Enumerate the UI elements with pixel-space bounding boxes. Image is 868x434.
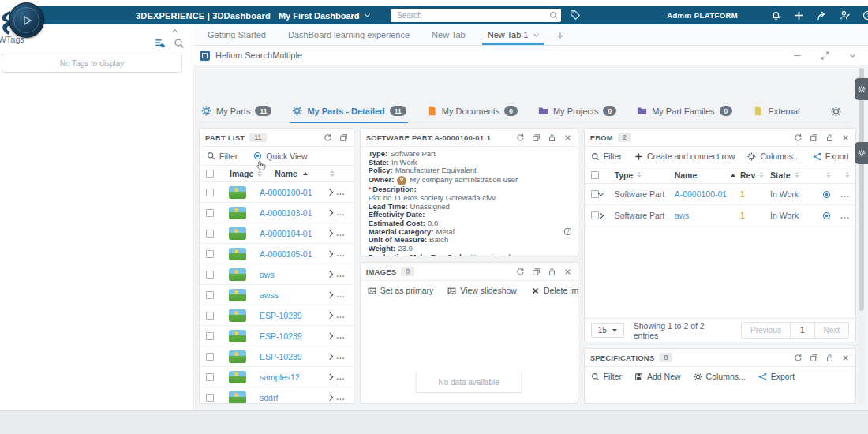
panel-settings-tab[interactable]	[855, 142, 868, 164]
row-menu-icon[interactable]	[336, 249, 345, 258]
state-radio-icon[interactable]	[822, 211, 831, 220]
collaboration-icon[interactable]	[840, 10, 850, 21]
set-primary-button[interactable]: Set as primary	[368, 286, 434, 295]
sort-icon[interactable]	[826, 172, 831, 178]
row-checkbox[interactable]	[206, 332, 214, 340]
search-input[interactable]	[391, 9, 561, 22]
row-checkbox[interactable]	[206, 271, 214, 279]
notifications-icon[interactable]	[771, 10, 781, 21]
table-row[interactable]: A-0000103-01	[200, 203, 354, 223]
view-slideshow-button[interactable]: View slideshow	[447, 286, 517, 295]
scrollbar-thumb[interactable]	[859, 68, 864, 311]
row-checkbox[interactable]	[206, 230, 214, 238]
previous-page-button[interactable]: Previous	[742, 323, 790, 338]
table-row[interactable]: Software Part aws 1 In Work	[585, 205, 855, 226]
refresh-icon[interactable]	[794, 133, 803, 142]
sort-icon[interactable]	[637, 172, 642, 178]
refresh-icon[interactable]	[324, 133, 332, 142]
row-menu-icon[interactable]	[336, 372, 345, 381]
lock-icon[interactable]	[548, 268, 556, 276]
page-size-select[interactable]: 15	[591, 323, 624, 338]
close-icon[interactable]	[563, 133, 572, 142]
part-name-link[interactable]: aws	[260, 270, 327, 279]
row-checkbox[interactable]	[206, 189, 214, 196]
popout-icon[interactable]	[339, 133, 348, 142]
row-menu-icon[interactable]	[336, 188, 345, 196]
app-tab-my-parts-detailed[interactable]: My Parts - Detailed 11	[292, 100, 406, 122]
popout-icon[interactable]	[810, 354, 818, 362]
expand-row-icon[interactable]	[327, 230, 333, 237]
next-page-button[interactable]: Next	[815, 323, 849, 338]
part-name-link[interactable]: A-0000105-01	[260, 249, 327, 259]
row-checkbox[interactable]	[206, 373, 214, 381]
expand-row-icon[interactable]	[327, 251, 333, 257]
tab-new-tab[interactable]: New Tab	[421, 24, 477, 45]
expand-row-icon[interactable]	[327, 312, 333, 319]
refresh-icon[interactable]	[516, 268, 525, 276]
lock-icon[interactable]	[825, 354, 834, 362]
tabs-settings-gear-icon[interactable]	[831, 107, 841, 117]
column-rev[interactable]: Rev	[740, 170, 770, 180]
tab-getting-started[interactable]: Getting Started	[196, 24, 277, 45]
columns-button[interactable]: Columns...	[747, 152, 799, 161]
part-name-link[interactable]: A-0000103-01	[260, 208, 327, 218]
row-checkbox[interactable]	[591, 190, 599, 198]
table-row[interactable]: sddrf	[200, 387, 354, 403]
widget-menu-icon[interactable]	[848, 51, 857, 60]
popout-icon[interactable]	[810, 133, 818, 142]
close-icon[interactable]	[841, 133, 850, 142]
table-row[interactable]: samples12	[200, 367, 354, 387]
tag-icon[interactable]	[570, 9, 581, 21]
add-tab-button[interactable]: +	[549, 24, 572, 45]
filter-button[interactable]: Filter	[591, 152, 622, 161]
minimize-widget-icon[interactable]	[793, 51, 802, 60]
sort-asc-icon[interactable]	[731, 174, 735, 177]
table-row[interactable]: Software Part A-0000100-01 1 In Work	[585, 184, 855, 205]
tag-list-icon[interactable]	[155, 38, 166, 49]
row-checkbox[interactable]	[206, 353, 214, 361]
expand-row-icon[interactable]	[327, 374, 333, 380]
row-menu-icon[interactable]	[336, 352, 345, 361]
widget-settings-tab[interactable]	[855, 78, 868, 100]
tab-new-tab-1[interactable]: New Tab 1	[477, 24, 549, 45]
part-name-link[interactable]: ESP-10239	[260, 311, 327, 320]
sort-icon[interactable]	[795, 172, 799, 178]
table-row[interactable]: ESP-10239	[200, 326, 354, 346]
app-tab-my-parts[interactable]: My Parts 11	[201, 100, 271, 122]
row-checkbox[interactable]	[206, 209, 214, 217]
table-row[interactable]: awss	[200, 285, 354, 305]
lock-icon[interactable]	[548, 133, 556, 142]
user-name[interactable]: Admin PLATFORM	[667, 11, 738, 20]
app-tab-my-documents[interactable]: My Documents 0	[427, 100, 518, 122]
share-icon[interactable]	[817, 10, 827, 21]
column-name[interactable]: Name	[275, 169, 308, 178]
collapse-panel-icon[interactable]	[172, 29, 178, 35]
expand-row-icon[interactable]	[327, 333, 333, 339]
popout-icon[interactable]	[532, 268, 541, 276]
maximize-widget-icon[interactable]	[821, 51, 829, 60]
add-content-icon[interactable]	[794, 10, 804, 21]
table-row[interactable]: A-0000104-01	[200, 223, 354, 244]
row-menu-icon[interactable]	[336, 208, 345, 217]
part-name-link[interactable]: ESP-10239	[260, 352, 327, 361]
column-state[interactable]: State	[770, 170, 817, 180]
part-name-link[interactable]: A-0000100-01	[260, 188, 327, 197]
refresh-icon[interactable]	[516, 133, 525, 142]
expand-row-icon[interactable]	[327, 210, 333, 216]
part-name-link[interactable]: awss	[260, 290, 327, 300]
help-icon[interactable]	[563, 227, 572, 236]
dashboard-switcher[interactable]: My First Dashboard	[279, 11, 369, 21]
tab-menu-chevron-icon[interactable]	[533, 31, 538, 36]
app-tab-external[interactable]: External	[753, 100, 799, 122]
columns-button[interactable]: Columns...	[694, 372, 746, 381]
part-name-link[interactable]: A-0000100-01	[675, 189, 728, 199]
row-menu-icon[interactable]	[336, 393, 345, 402]
vertical-scrollbar[interactable]	[859, 68, 864, 406]
expand-row-icon[interactable]	[327, 292, 333, 298]
compass-logo[interactable]	[9, 2, 44, 38]
close-icon[interactable]	[841, 354, 850, 362]
sort-asc-icon[interactable]	[303, 172, 308, 175]
part-name-link[interactable]: sddrf	[260, 393, 327, 402]
expand-row-icon[interactable]	[327, 189, 333, 196]
popout-icon[interactable]	[532, 133, 541, 142]
